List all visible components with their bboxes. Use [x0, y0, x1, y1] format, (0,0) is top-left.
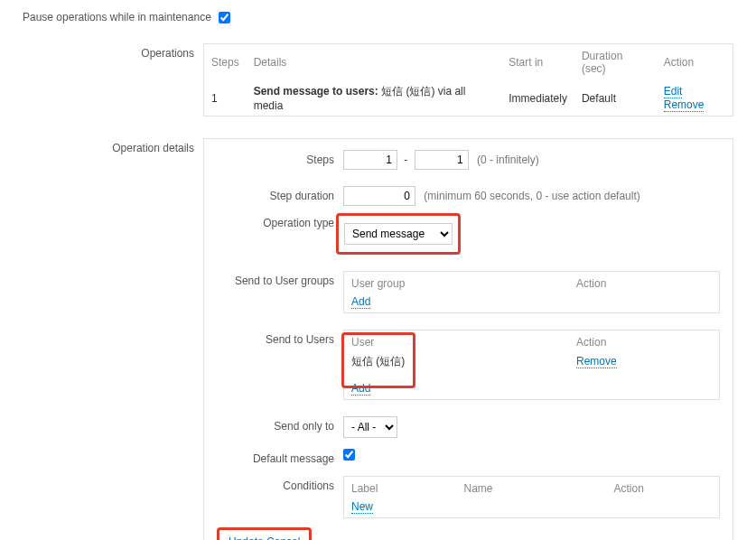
send-only-to-row: Send only to - All -	[217, 416, 720, 438]
op-step-num: 1	[204, 80, 247, 116]
steps-label: Steps	[217, 150, 343, 166]
default-message-checkbox[interactable]	[343, 449, 355, 461]
conditions-col-action: Action	[607, 477, 720, 497]
inline-cancel-link[interactable]: Cancel	[266, 535, 300, 540]
operation-type-row: Operation type Send message	[217, 213, 720, 255]
users-user-cell: 短信 (短信)	[344, 350, 569, 373]
step-duration-label: Step duration	[217, 186, 343, 202]
operation-details-box: Steps - (0 - infinitely) Step duration (…	[203, 138, 733, 540]
step-duration-row: Step duration (minimum 60 seconds, 0 - u…	[217, 186, 720, 206]
steps-to-input[interactable]	[415, 150, 469, 170]
op-start: Immediately	[501, 80, 574, 116]
user-groups-col-group: User group	[344, 272, 569, 292]
user-groups-add-link[interactable]: Add	[351, 295, 370, 309]
conditions-col-label: Label	[344, 477, 457, 497]
default-message-label: Default message	[217, 449, 343, 465]
conditions-col-name: Name	[457, 477, 607, 497]
operations-col-details: Details	[247, 44, 502, 80]
operation-type-select[interactable]: Send message	[344, 223, 453, 245]
op-details-prefix: Send message to users:	[254, 85, 378, 98]
steps-from-input[interactable]	[343, 150, 397, 170]
op-duration: Default	[574, 80, 657, 116]
steps-hint: (0 - infinitely)	[477, 154, 539, 166]
users-box: User Action 短信 (短信) Remove Add	[343, 330, 720, 400]
op-actions: Edit Remove	[657, 80, 733, 116]
conditions-label: Conditions	[217, 476, 343, 492]
pause-operations-checkbox[interactable]	[219, 12, 230, 23]
conditions-new-link[interactable]: New	[351, 500, 373, 514]
users-col-action: Action	[569, 331, 719, 350]
users-col-user: User	[344, 331, 569, 350]
operations-col-start: Start in	[501, 44, 574, 80]
operations-col-steps: Steps	[204, 44, 247, 80]
operations-row: Operations Steps Details Start in Durati…	[23, 43, 733, 116]
send-to-groups-label: Send to User groups	[217, 271, 343, 287]
pause-operations-row: Pause operations while in maintenance	[23, 11, 733, 23]
op-details: Send message to users: 短信 (短信) via all m…	[247, 80, 502, 116]
conditions-table: Label Name Action New	[344, 477, 719, 517]
send-only-to-select[interactable]: - All -	[343, 416, 397, 438]
users-add-link[interactable]: Add	[351, 382, 370, 396]
default-message-row: Default message	[217, 449, 720, 465]
operations-label: Operations	[23, 43, 203, 60]
operations-table-wrap: Steps Details Start in Duration (sec) Ac…	[203, 43, 733, 116]
user-groups-table: User group Action Add	[344, 272, 719, 312]
users-table: User Action 短信 (短信) Remove Add	[344, 331, 719, 399]
operations-table-row: 1 Send message to users: 短信 (短信) via all…	[204, 80, 733, 116]
user-groups-box: User group Action Add	[343, 271, 720, 313]
operation-details-row: Operation details Steps - (0 - infinitel…	[23, 138, 733, 540]
op-edit-link[interactable]: Edit	[664, 85, 683, 98]
conditions-row: Conditions Label Name Action New	[217, 476, 720, 518]
op-remove-link[interactable]: Remove	[664, 98, 705, 112]
send-to-groups-row: Send to User groups User group Action Ad…	[217, 271, 720, 313]
operation-type-label: Operation type	[217, 213, 343, 229]
users-remove-link[interactable]: Remove	[576, 355, 617, 368]
operations-col-action: Action	[657, 44, 733, 80]
operation-details-label: Operation details	[23, 138, 203, 154]
step-duration-hint: (minimum 60 seconds, 0 - use action defa…	[424, 190, 639, 202]
step-duration-input[interactable]	[343, 186, 415, 206]
inline-actions-highlight: Update Cancel	[217, 527, 312, 540]
send-to-users-label: Send to Users	[217, 330, 343, 346]
inline-actions-row: Update Cancel	[217, 527, 720, 540]
operation-type-highlight: Send message	[336, 213, 461, 255]
conditions-box: Label Name Action New	[343, 476, 720, 518]
user-groups-col-action: Action	[569, 272, 719, 292]
operations-col-duration: Duration (sec)	[574, 44, 657, 80]
users-table-row: 短信 (短信) Remove	[344, 350, 719, 373]
send-to-users-row: Send to Users User Action 短信 (短信) Rem	[217, 330, 720, 400]
operations-table: Steps Details Start in Duration (sec) Ac…	[204, 44, 733, 116]
steps-dash: -	[404, 154, 407, 166]
inline-update-link[interactable]: Update	[229, 535, 264, 540]
send-only-to-label: Send only to	[217, 416, 343, 433]
pause-operations-label: Pause operations while in maintenance	[23, 11, 211, 23]
steps-row: Steps - (0 - infinitely)	[217, 150, 720, 170]
